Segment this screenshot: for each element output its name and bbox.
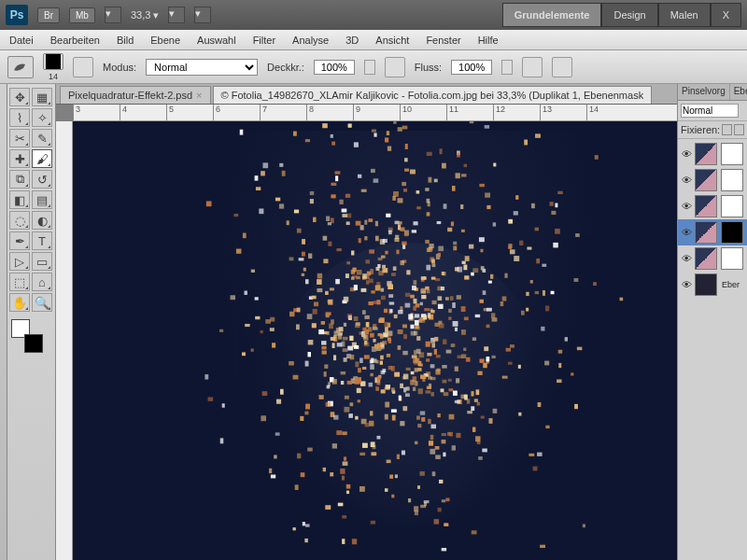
menu-3d[interactable]: 3D [345, 35, 359, 46]
document-tab-2[interactable]: © Fotolia_14982670_XLAmir Kaljikovic - F… [213, 86, 653, 104]
layer-row[interactable]: 👁 [678, 245, 747, 272]
workspace-tab-extra[interactable]: X [711, 3, 741, 27]
background-color[interactable] [24, 334, 43, 353]
close-icon[interactable]: × [196, 90, 202, 101]
crop-tool[interactable]: ✂ [9, 129, 30, 147]
panel-tab-brush[interactable]: Pinselvorg [678, 84, 730, 100]
flow-input[interactable] [451, 60, 492, 75]
visibility-icon[interactable]: 👁 [680, 226, 693, 239]
arrange-dropdown[interactable]: ▾ [168, 7, 185, 23]
menu-hilfe[interactable]: Hilfe [478, 35, 499, 46]
document-tab-1[interactable]: Pixelquadratur-Effekt-2.psd× [60, 86, 211, 104]
blur-tool[interactable]: ◌ [9, 211, 30, 230]
eraser-tool[interactable]: ◧ [9, 190, 30, 209]
canvas[interactable] [73, 121, 677, 560]
document-tabs: Pixelquadratur-Effekt-2.psd× © Fotolia_1… [56, 84, 677, 105]
layer-thumb[interactable] [695, 169, 717, 191]
layer-mask-thumb[interactable] [721, 247, 743, 270]
layer-mask-thumb[interactable] [721, 143, 743, 165]
opacity-pressure-toggle[interactable] [385, 57, 405, 77]
zoom-tool[interactable]: 🔍 [32, 293, 52, 312]
horizontal-ruler[interactable]: 34567891011121314 [73, 105, 677, 121]
bridge-button[interactable]: Br [37, 7, 60, 23]
ps-logo: Ps [6, 5, 28, 25]
layer-thumb[interactable] [695, 195, 717, 217]
layer-mask-thumb[interactable] [721, 195, 743, 217]
layer-row[interactable]: 👁 [678, 193, 747, 219]
path-select-tool[interactable]: ▷ [9, 252, 30, 271]
menu-datei[interactable]: Datei [9, 35, 34, 46]
layer-thumb[interactable] [695, 247, 717, 270]
color-swatches[interactable] [9, 319, 47, 353]
menu-auswahl[interactable]: Auswahl [197, 35, 236, 46]
panel-tabs: Pinselvorg Eber [678, 84, 747, 101]
brush-preset-picker[interactable] [43, 53, 63, 70]
menu-bearbeiten[interactable]: Bearbeiten [50, 35, 100, 46]
layer-row[interactable]: 👁Eber [678, 272, 747, 298]
gradient-tool[interactable]: ▤ [32, 190, 52, 209]
eyedropper-tool[interactable]: ✎ [32, 129, 52, 147]
visibility-icon[interactable]: 👁 [680, 174, 693, 187]
brush-panel-toggle[interactable] [73, 57, 93, 77]
layer-row[interactable]: 👁 [678, 141, 747, 167]
menu-filter[interactable]: Filter [253, 35, 275, 46]
3d-camera-tool[interactable]: ⌂ [32, 273, 52, 291]
layer-blend-select[interactable] [681, 104, 739, 118]
hand-tool[interactable]: ✋ [9, 293, 30, 312]
menu-bild[interactable]: Bild [117, 35, 134, 46]
mode-label: Modus: [103, 62, 136, 73]
size-pressure-toggle[interactable] [552, 57, 572, 77]
marquee-tool[interactable]: ▦ [32, 88, 52, 106]
heal-tool[interactable]: ✚ [9, 149, 30, 168]
airbrush-toggle[interactable] [522, 57, 543, 77]
stamp-tool[interactable]: ⧉ [9, 170, 30, 189]
layer-thumb[interactable] [695, 143, 717, 165]
pixel-effect [73, 121, 677, 560]
menu-ebene[interactable]: Ebene [150, 35, 180, 46]
layer-mask-thumb[interactable] [721, 221, 743, 244]
pen-tool[interactable]: ✒ [9, 231, 30, 250]
layer-thumb[interactable] [695, 221, 717, 244]
visibility-icon[interactable]: 👁 [680, 278, 693, 291]
screenmode-dropdown[interactable]: ▾ [194, 7, 211, 23]
opacity-input[interactable] [314, 60, 355, 75]
current-tool-icon[interactable] [7, 56, 34, 78]
flow-flyout[interactable] [501, 60, 513, 75]
visibility-icon[interactable]: 👁 [680, 252, 693, 265]
lasso-tool[interactable]: ⌇ [9, 108, 30, 127]
vertical-ruler[interactable] [56, 121, 73, 560]
move-tool[interactable]: ✥ [9, 88, 30, 106]
type-tool[interactable]: T [32, 231, 52, 250]
lock-pixels-icon[interactable] [722, 124, 732, 135]
app-titlebar: Ps Br Mb ▾ 33,3 ▾ ▾ ▾ Grundelemente Desi… [0, 0, 747, 30]
panel-tab-layers[interactable]: Eber [730, 84, 747, 100]
layout-dropdown[interactable]: ▾ [105, 7, 121, 23]
layer-mask-thumb[interactable] [721, 169, 743, 191]
layer-row[interactable]: 👁 [678, 219, 747, 245]
opacity-flyout[interactable] [364, 60, 375, 75]
minibridge-button[interactable]: Mb [69, 7, 95, 23]
lock-position-icon[interactable] [734, 124, 744, 135]
shape-tool[interactable]: ▭ [32, 252, 52, 271]
zoom-level[interactable]: 33,3 ▾ [131, 9, 159, 21]
workspace-tab-malen[interactable]: Malen [658, 3, 711, 27]
menu-ansicht[interactable]: Ansicht [375, 35, 409, 46]
workspace-tab-grundelemente[interactable]: Grundelemente [502, 3, 602, 27]
visibility-icon[interactable]: 👁 [680, 200, 693, 213]
layers-list: 👁 👁 👁 👁 👁 👁Eber [678, 139, 747, 300]
menu-analyse[interactable]: Analyse [292, 35, 329, 46]
visibility-icon[interactable]: 👁 [680, 147, 693, 161]
3d-tool[interactable]: ⬚ [9, 273, 30, 291]
blend-mode-select[interactable]: Normal [146, 59, 258, 76]
brush-size-label: 14 [43, 72, 63, 81]
layer-thumb[interactable] [695, 273, 717, 296]
wand-tool[interactable]: ✧ [32, 108, 52, 127]
layer-row[interactable]: 👁 [678, 167, 747, 193]
layer-name[interactable]: Eber [722, 280, 740, 289]
workspace-switcher: Grundelemente Design Malen X [502, 3, 741, 27]
brush-tool[interactable]: 🖌 [32, 149, 52, 168]
workspace-tab-design[interactable]: Design [601, 3, 657, 27]
history-brush-tool[interactable]: ↺ [32, 170, 52, 189]
dodge-tool[interactable]: ◐ [32, 211, 52, 230]
menu-fenster[interactable]: Fenster [426, 35, 460, 46]
